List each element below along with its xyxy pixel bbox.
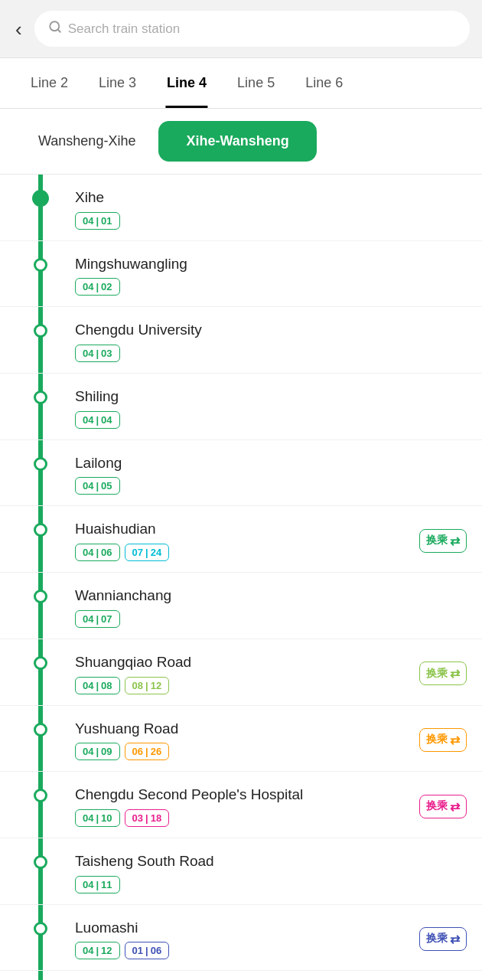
tab-line5[interactable]: Line 5 bbox=[222, 58, 290, 108]
station-item[interactable]: Mingshuwangling04|02 bbox=[0, 241, 482, 308]
search-bar[interactable]: Search train station bbox=[34, 11, 470, 47]
transfer-button[interactable]: 换乘 ⇄ bbox=[419, 728, 467, 752]
station-name: Luomashi bbox=[75, 919, 419, 938]
tab-line3[interactable]: Line 3 bbox=[83, 58, 151, 108]
station-badge: 06|26 bbox=[125, 743, 170, 760]
station-info: Chengdu University04|03 bbox=[75, 321, 467, 362]
station-dot bbox=[34, 789, 47, 802]
station-badges: 04|0808|12 bbox=[75, 677, 419, 694]
station-info: Luomashi04|1201|06 bbox=[75, 919, 419, 960]
transfer-label: 换乘 bbox=[426, 932, 448, 946]
transfer-button[interactable]: 换乘 ⇄ bbox=[419, 662, 467, 685]
header: ‹ Search train station bbox=[0, 0, 482, 58]
station-info: Lailong04|05 bbox=[75, 454, 467, 495]
line-tabs-container: Line 2 Line 3 Line 4 Line 5 Line 6 bbox=[0, 58, 482, 109]
station-dot bbox=[34, 390, 47, 404]
station-badges: 04|0607|24 bbox=[75, 544, 419, 561]
station-info: Shuangqiao Road04|0808|12 bbox=[75, 653, 419, 694]
station-item[interactable]: Huaishudian04|0607|24 换乘 ⇄ bbox=[0, 506, 482, 573]
station-badge: 04|03 bbox=[75, 345, 120, 362]
transfer-button[interactable]: 换乘 ⇄ bbox=[419, 927, 467, 951]
station-badges: 04|01 bbox=[75, 212, 467, 230]
station-item[interactable]: Shuangqiao Road04|0808|12 换乘 ⇄ bbox=[0, 639, 482, 706]
station-badges: 04|02 bbox=[75, 278, 467, 296]
back-button[interactable]: ‹ bbox=[12, 16, 25, 42]
station-badges: 04|1201|06 bbox=[75, 942, 419, 959]
station-item[interactable]: Wannianchang04|07 bbox=[0, 573, 482, 639]
station-item[interactable]: Chengdu University04|03 bbox=[0, 307, 482, 374]
station-info: Shiling04|04 bbox=[75, 387, 467, 429]
station-item[interactable]: Luomashi04|1201|06 换乘 ⇄ bbox=[0, 905, 482, 972]
search-icon bbox=[48, 20, 62, 38]
station-badges: 04|07 bbox=[75, 610, 467, 628]
transfer-arrow-icon: ⇄ bbox=[450, 932, 460, 946]
station-badge: 04|10 bbox=[75, 809, 120, 827]
station-list: Xihe04|01Mingshuwangling04|02Chengdu Uni… bbox=[0, 175, 482, 980]
search-placeholder: Search train station bbox=[68, 21, 180, 37]
direction-tabs-container: Wansheng-Xihe Xihe-Wansheng bbox=[0, 109, 482, 175]
transfer-icon[interactable]: 换乘 ⇄ bbox=[419, 529, 467, 553]
direction-wansheng-xihe[interactable]: Wansheng-Xihe bbox=[15, 121, 158, 162]
direction-xihe-wansheng[interactable]: Xihe-Wansheng bbox=[158, 121, 316, 162]
station-item[interactable]: Xihe04|01 bbox=[0, 175, 482, 241]
svg-line-1 bbox=[57, 29, 60, 31]
station-name: Chengdu Second People's Hospital bbox=[75, 786, 419, 805]
transfer-arrow-icon: ⇄ bbox=[450, 666, 460, 681]
station-name: Xihe bbox=[75, 188, 467, 207]
station-info: Wannianchang04|07 bbox=[75, 586, 467, 628]
transfer-icon[interactable]: 换乘 ⇄ bbox=[419, 728, 467, 752]
station-badge: 04|07 bbox=[75, 610, 120, 628]
station-name: Taisheng South Road bbox=[75, 852, 467, 871]
station-item[interactable]: Shiling04|04 bbox=[0, 374, 482, 440]
tab-line2[interactable]: Line 2 bbox=[15, 58, 83, 108]
transfer-label: 换乘 bbox=[426, 733, 448, 746]
transfer-label: 换乘 bbox=[426, 534, 448, 547]
station-dot bbox=[34, 457, 47, 471]
station-info: Chengdu Second People's Hospital04|1003|… bbox=[75, 786, 419, 827]
station-name: Wannianchang bbox=[75, 586, 467, 606]
station-name: Yushuang Road bbox=[75, 720, 419, 739]
station-name: Shiling bbox=[75, 387, 467, 407]
station-info: Taisheng South Road04|11 bbox=[75, 852, 467, 893]
station-dot bbox=[34, 656, 47, 670]
tab-line4[interactable]: Line 4 bbox=[151, 58, 222, 108]
station-dot bbox=[34, 324, 47, 338]
station-badge: 04|01 bbox=[75, 212, 120, 230]
station-dot bbox=[34, 922, 47, 936]
transfer-button[interactable]: 换乘 ⇄ bbox=[419, 529, 467, 553]
tab-line6[interactable]: Line 6 bbox=[290, 58, 358, 108]
transfer-arrow-icon: ⇄ bbox=[450, 733, 460, 747]
station-dot bbox=[34, 523, 47, 537]
station-badges: 04|04 bbox=[75, 411, 467, 429]
station-dot bbox=[34, 258, 47, 272]
station-name: Lailong bbox=[75, 454, 467, 473]
station-badges: 04|0906|26 bbox=[75, 743, 419, 760]
transfer-button[interactable]: 换乘 ⇄ bbox=[419, 795, 467, 818]
station-badge: 03|18 bbox=[125, 809, 170, 827]
transfer-arrow-icon: ⇄ bbox=[450, 799, 460, 814]
station-item[interactable]: Lailong04|05 bbox=[0, 440, 482, 507]
transfer-label: 换乘 bbox=[426, 799, 448, 813]
station-dot bbox=[34, 590, 47, 603]
station-item[interactable]: Taisheng South Road04|11 bbox=[0, 838, 482, 905]
station-item[interactable]: Yushuang Road04|0906|26 换乘 ⇄ bbox=[0, 706, 482, 773]
station-badge: 04|04 bbox=[75, 411, 120, 429]
station-badge: 04|12 bbox=[75, 942, 120, 959]
station-badge: 04|06 bbox=[75, 544, 120, 561]
station-info: Huaishudian04|0607|24 bbox=[75, 520, 419, 561]
station-item[interactable]: Kuanzhaixiangzi Alleys04|13 bbox=[0, 971, 482, 980]
station-badge: 04|09 bbox=[75, 743, 120, 760]
station-badge: 07|24 bbox=[125, 544, 170, 561]
station-name: Chengdu University bbox=[75, 321, 467, 340]
station-dot bbox=[34, 855, 47, 869]
station-name: Mingshuwangling bbox=[75, 255, 467, 274]
station-name: Shuangqiao Road bbox=[75, 653, 419, 672]
station-badge: 04|05 bbox=[75, 477, 120, 495]
station-item[interactable]: Chengdu Second People's Hospital04|1003|… bbox=[0, 772, 482, 838]
station-badges: 04|1003|18 bbox=[75, 809, 419, 827]
transfer-icon[interactable]: 换乘 ⇄ bbox=[419, 927, 467, 951]
transfer-icon[interactable]: 换乘 ⇄ bbox=[419, 795, 467, 818]
transfer-arrow-icon: ⇄ bbox=[450, 534, 460, 548]
transfer-icon[interactable]: 换乘 ⇄ bbox=[419, 662, 467, 685]
station-dot bbox=[32, 190, 49, 207]
